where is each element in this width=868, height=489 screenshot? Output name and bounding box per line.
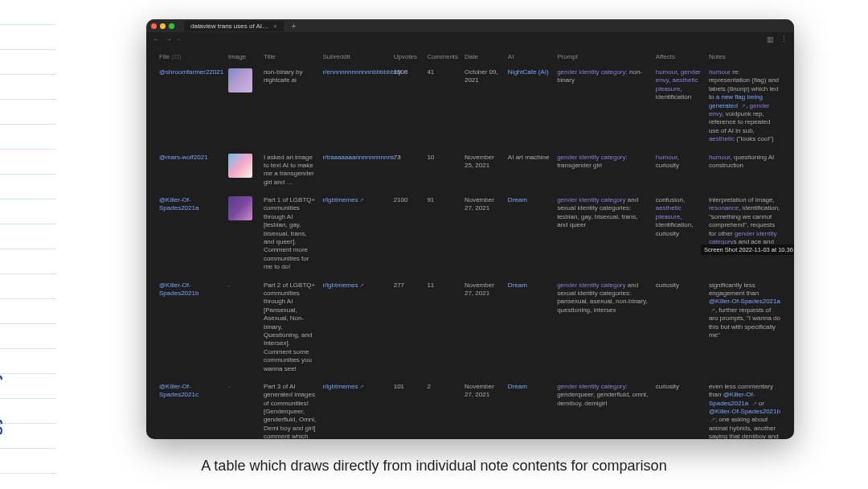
title-cell: Part 2 of LGBTQ+ communities through AI … (260, 277, 320, 378)
upvotes-cell: 73 (391, 149, 424, 192)
file-link[interactable]: @shroomfarmer22021 (159, 68, 223, 76)
thumbnail-image[interactable] (228, 196, 252, 220)
affects-cell: curiosity (653, 378, 706, 439)
close-icon[interactable] (151, 23, 157, 29)
file-link[interactable]: @Killer-Of-Spades2021b (159, 281, 199, 297)
upvotes-cell: 1500 (391, 64, 424, 149)
th-affects[interactable]: Affects (653, 50, 706, 64)
tab-close-icon[interactable]: × (273, 23, 277, 30)
upvotes-cell: 101 (391, 378, 424, 439)
titlebar: dataview trans uses of AI… × + (146, 19, 794, 32)
ai-link[interactable]: Dream (508, 383, 527, 390)
subreddit-link[interactable]: r/traaaaaaannnnnnnnnns (322, 154, 394, 161)
th-file[interactable]: File (22) (156, 50, 225, 64)
maximize-icon[interactable] (169, 23, 174, 29)
ai-link[interactable]: NightCafe (AI) (508, 68, 549, 76)
ai-text: AI art machine (508, 154, 550, 161)
table-row: @mars-wolf2021 I asked an image to text … (156, 149, 784, 192)
comments-cell: 91 (424, 191, 461, 277)
date-cell: November 27, 2021 (461, 378, 505, 439)
more-icon[interactable]: ⋮ (780, 35, 788, 43)
prompt-cell: gender identity category: genderqueer, g… (554, 378, 653, 439)
upvotes-cell: 2100 (391, 191, 424, 277)
short-url-label: rb.gy/294ym (0, 355, 3, 458)
th-ai[interactable]: AI (505, 50, 554, 64)
table-row: @Killer-Of-Spades2021a Part 1 of LGBTQ+ … (156, 191, 784, 277)
upvotes-cell: 277 (391, 277, 424, 378)
table-header-row: File (22) Image Title Subreddit Upvotes … (156, 50, 784, 64)
file-link[interactable]: @mars-wolf2021 (159, 154, 208, 161)
th-subreddit[interactable]: Subreddit (319, 50, 390, 64)
dataview-table: File (22) Image Title Subreddit Upvotes … (156, 50, 784, 439)
app-window: dataview trans uses of AI… × + ← → ·· ▥ … (146, 19, 794, 439)
toolbar: ← → ·· ▥ ⋮ (146, 32, 794, 47)
hover-tooltip: Screen Shot 2022-11-03 at 10.36.30.png (701, 244, 794, 255)
affects-cell: confusion, aesthetic pleasure, identific… (653, 191, 706, 277)
notes-cell: humour re: representation (flag) and lab… (706, 64, 784, 149)
no-image: - (228, 281, 231, 289)
notes-cell: significantly less engagement than @Kill… (706, 277, 784, 378)
dataview-table-container: File (22) Image Title Subreddit Upvotes … (146, 47, 794, 439)
table-row: @Killer-Of-Spades2021b - Part 2 of LGBTQ… (156, 277, 784, 378)
notes-cell: humour, questioning AI construction (706, 149, 784, 192)
date-cell: November 27, 2021 (461, 191, 505, 277)
external-link-icon: ↗ (359, 197, 364, 203)
tab-title: dataview trans uses of AI… (190, 23, 268, 30)
prompt-cell: gender identity category and sexual iden… (554, 191, 653, 277)
date-cell: November 25, 2021 (461, 149, 505, 192)
tab-active[interactable]: dataview trans uses of AI… × (184, 21, 284, 31)
comments-cell: 2 (424, 378, 461, 439)
affects-cell: humour, curiosity (653, 149, 706, 192)
external-link-icon: ↗ (403, 69, 407, 75)
notes-cell: interpretation of image, resonance, iden… (706, 191, 784, 277)
table-row: @shroomfarmer22021 non-binary by nightca… (156, 64, 784, 149)
thumbnail-image[interactable] (228, 68, 252, 92)
comments-cell: 10 (424, 149, 461, 192)
th-upvotes[interactable]: Upvotes (391, 50, 424, 64)
ai-link[interactable]: Dream (508, 281, 527, 289)
subreddit-link[interactable]: r/ennnnnnnnnnnnbbbbbbby (322, 68, 401, 76)
external-link-icon: ↗ (359, 282, 364, 288)
paper-background (0, 0, 56, 489)
comments-cell: 11 (424, 277, 461, 378)
external-link-icon: ↗ (396, 154, 401, 160)
date-cell: November 27, 2021 (461, 277, 505, 378)
date-cell: October 09, 2021 (461, 64, 505, 149)
no-image: - (228, 383, 231, 390)
title-cell: I asked an image to text AI to make me a… (260, 149, 320, 192)
title-cell: Part 1 of LGBTQ+ communities through AI … (260, 191, 320, 277)
title-cell: Part 3 of AI generated images of communi… (260, 378, 320, 439)
affects-cell: humour, gender envy, aesthetic pleasure,… (653, 64, 706, 149)
external-link-icon: ↗ (359, 384, 364, 389)
prompt-cell: gender identity category and sexual iden… (554, 277, 653, 378)
file-link[interactable]: @Killer-Of-Spades2021a (159, 196, 199, 212)
nav-back-icon[interactable]: ← (153, 35, 160, 43)
th-notes[interactable]: Notes (706, 50, 784, 64)
prompt-cell: gender identity category: transgender gi… (554, 149, 653, 192)
thumbnail-image[interactable] (228, 154, 252, 178)
subreddit-link[interactable]: r/lgbtmemes (322, 281, 358, 289)
panel-toggle-icon[interactable]: ▥ (767, 35, 774, 43)
title-cell: non-binary by nightcafe ai (260, 64, 320, 149)
note-title: ·· (172, 36, 185, 43)
subreddit-link[interactable]: r/lgbtmemes (322, 383, 358, 390)
th-title[interactable]: Title (260, 50, 320, 64)
table-row: @Killer-Of-Spades2021c - Part 3 of AI ge… (156, 378, 784, 439)
th-date[interactable]: Date (461, 50, 505, 64)
new-tab-button[interactable]: + (292, 22, 297, 31)
th-image[interactable]: Image (225, 50, 260, 64)
file-link[interactable]: @Killer-Of-Spades2021c (159, 383, 199, 398)
comments-cell: 41 (424, 64, 461, 149)
figure-caption: A table which draws directly from indivi… (0, 458, 868, 475)
th-comments[interactable]: Comments (424, 50, 461, 64)
subreddit-link[interactable]: r/lgbtmemes (322, 196, 358, 203)
minimize-icon[interactable] (160, 23, 166, 29)
prompt-cell: gender identity category: non-binary (554, 64, 653, 149)
notes-cell: even less commentary than @Killer-Of-Spa… (706, 378, 784, 439)
th-prompt[interactable]: Prompt (554, 50, 653, 64)
ai-link[interactable]: Dream (508, 196, 527, 203)
nav-forward-icon[interactable]: → (165, 35, 172, 43)
affects-cell: curiosity (653, 277, 706, 378)
